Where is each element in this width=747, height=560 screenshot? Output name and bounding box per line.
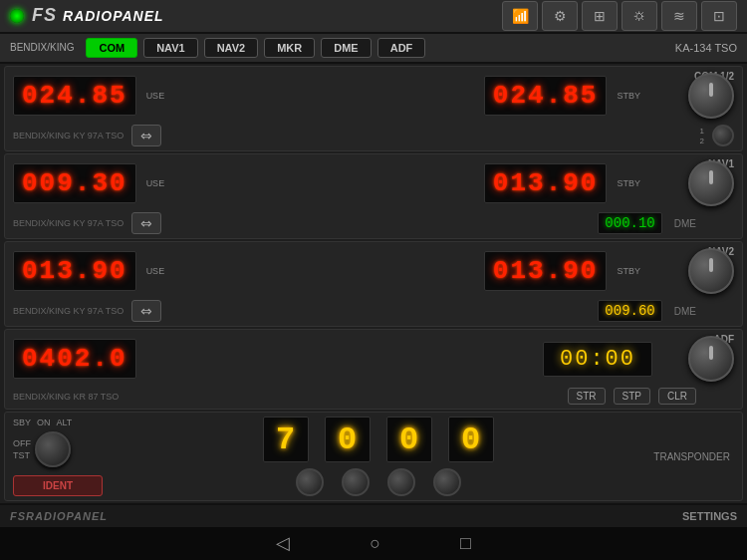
transponder-row: SBY ON ALT OFF TST IDENT 7 0 0 0 xyxy=(4,412,743,501)
com-stby-display: 024.85 xyxy=(484,76,608,116)
xpdr-knob-2[interactable] xyxy=(387,468,415,496)
xpdr-sby-label: SBY xyxy=(13,418,31,427)
com-knob[interactable] xyxy=(688,73,734,119)
xpdr-tst-label: TST xyxy=(13,450,31,460)
nav2-display-row: 013.90 USE 013.90 STBY xyxy=(5,242,742,298)
nav2-dme-display: 009.60 xyxy=(598,300,661,322)
nav2-brand: BENDIX/KING KY 97A TSO xyxy=(13,306,124,316)
top-bar: FS RADIOPANEL 📶 ⚙ ⊞ ⛭ ≋ ⊡ xyxy=(0,0,747,34)
nav2-footer: BENDIX/KING KY 97A TSO ⇔ 009.60 DME xyxy=(5,298,742,326)
xpdr-knob-0[interactable] xyxy=(296,468,324,496)
adf-brand: BENDIX/KING KR 87 TSO xyxy=(13,392,119,402)
xpdr-digit-2: 0 xyxy=(386,417,432,462)
tab-bar: BENDIX/KING COM NAV1 NAV2 MKR DME ADF KA… xyxy=(0,34,747,64)
signal-icon-btn[interactable]: ≋ xyxy=(661,1,697,31)
logo-fs: FS xyxy=(32,5,57,25)
settings-icon-btn[interactable]: ⚙ xyxy=(542,1,578,31)
nav1-brand: BENDIX/KING KY 97A TSO xyxy=(13,218,124,228)
adf-footer: BENDIX/KING KR 87 TSO STR STP CLR xyxy=(5,386,742,409)
com-stby-label: STBY xyxy=(617,91,640,101)
com-row: COM 1/2 024.85 USE 024.85 STBY BENDIX/KI… xyxy=(4,66,743,151)
settings-link[interactable]: SETTINGS xyxy=(682,510,737,522)
footer-brand: FSRADIOPANEL xyxy=(10,510,108,522)
adf-display-row: 0402.0 00:00 xyxy=(5,330,742,386)
com-footer: BENDIX/KING KY 97A TSO ⇔ 1 2 xyxy=(5,123,742,150)
nav1-use-label: USE xyxy=(146,178,165,188)
nav2-row: NAV2 013.90 USE 013.90 STBY BENDIX/KING … xyxy=(4,241,743,327)
nav1-swap-btn[interactable]: ⇔ xyxy=(131,212,161,234)
nav2-knob[interactable] xyxy=(688,248,734,294)
tab-com[interactable]: COM xyxy=(86,38,137,58)
ch2-label: 2 xyxy=(700,137,704,145)
xpdr-knob-row xyxy=(111,468,645,496)
nav1-knob[interactable] xyxy=(688,160,734,206)
xpdr-ident-btn[interactable]: IDENT xyxy=(13,475,103,496)
nav1-row: NAV1 009.30 USE 013.90 STBY BENDIX/KING … xyxy=(4,153,743,239)
xpdr-mode-knob[interactable] xyxy=(35,431,71,467)
nav2-dme-label: DME xyxy=(674,306,696,317)
nav1-stby-display: 013.90 xyxy=(484,163,608,203)
grid-icon-btn[interactable]: ⊞ xyxy=(582,1,618,31)
logo-area: FS RADIOPANEL xyxy=(10,5,164,26)
android-recent-btn[interactable]: □ xyxy=(460,533,471,554)
tab-dme[interactable]: DME xyxy=(321,38,371,58)
com-display-row: 024.85 USE 024.85 STBY xyxy=(5,67,742,123)
info-icon-btn[interactable]: ⊡ xyxy=(701,1,737,31)
xpdr-digit-0: 7 xyxy=(263,417,309,462)
adf-clr-btn[interactable]: CLR xyxy=(658,388,696,405)
tab-nav1[interactable]: NAV1 xyxy=(143,38,198,58)
nav2-swap-btn[interactable]: ⇔ xyxy=(131,300,161,322)
nav1-footer: BENDIX/KING KY 97A TSO ⇔ 000.10 DME xyxy=(5,210,742,238)
nav2-use-display: 013.90 xyxy=(13,251,136,291)
logo: FS RADIOPANEL xyxy=(32,5,164,26)
adf-use-display: 0402.0 xyxy=(13,339,136,379)
android-back-btn[interactable]: ◁ xyxy=(276,532,290,554)
tab-adf[interactable]: ADF xyxy=(377,38,426,58)
nav1-dme-label: DME xyxy=(674,218,696,229)
adf-str-btn[interactable]: STR xyxy=(568,388,606,405)
xpdr-knob-3[interactable] xyxy=(433,468,461,496)
com-swap-btn[interactable]: ⇔ xyxy=(131,125,161,146)
com-use-display: 024.85 xyxy=(13,76,136,116)
top-icons: 📶 ⚙ ⊞ ⛭ ≋ ⊡ xyxy=(502,1,737,31)
nav1-display-row: 009.30 USE 013.90 STBY xyxy=(5,154,742,210)
xpdr-alt-label: ALT xyxy=(57,418,73,427)
android-home-btn[interactable]: ○ xyxy=(370,533,380,554)
nav1-dme-display: 000.10 xyxy=(598,212,661,234)
xpdr-controls: SBY ON ALT OFF TST IDENT xyxy=(13,418,103,496)
tab-brand: BENDIX/KING xyxy=(10,42,74,53)
adf-stp-btn[interactable]: STP xyxy=(614,388,650,405)
tab-mkr[interactable]: MKR xyxy=(264,38,315,58)
tab-nav2[interactable]: NAV2 xyxy=(204,38,259,58)
adf-row: ADF 0402.0 00:00 BENDIX/KING KR 87 TSO S… xyxy=(4,329,743,410)
com-ch-knob[interactable] xyxy=(712,125,734,146)
footer-bar: FSRADIOPANEL SETTINGS xyxy=(0,503,747,527)
xpdr-off-label: OFF xyxy=(13,438,31,448)
power-led xyxy=(10,9,24,23)
xpdr-digits-area: 7 0 0 0 xyxy=(111,417,645,496)
nav2-use-label: USE xyxy=(146,266,165,276)
ch1-label: 1 xyxy=(700,127,704,136)
display-icon-btn[interactable]: ⛭ xyxy=(622,1,657,31)
com-brand: BENDIX/KING KY 97A TSO xyxy=(13,131,124,140)
nav1-dme-value: 000.10 xyxy=(605,215,654,231)
wifi-icon-btn[interactable]: 📶 xyxy=(502,1,538,31)
xpdr-label: TRANSPONDER xyxy=(653,451,734,462)
xpdr-knob-1[interactable] xyxy=(342,468,370,496)
nav1-stby-label: STBY xyxy=(617,178,640,188)
adf-knob[interactable] xyxy=(688,336,734,382)
logo-name: RADIOPANEL xyxy=(63,8,164,24)
xpdr-digit-row: 7 0 0 0 xyxy=(111,417,645,462)
xpdr-digit-3: 0 xyxy=(448,417,494,462)
nav2-stby-display: 013.90 xyxy=(484,251,608,291)
adf-timer: 00:00 xyxy=(543,342,652,377)
nav1-use-display: 009.30 xyxy=(13,163,136,203)
xpdr-switch-row: OFF TST xyxy=(13,431,103,467)
nav2-stby-label: STBY xyxy=(617,266,640,276)
com-ch-dots: 1 2 xyxy=(700,127,704,145)
android-nav-bar: ◁ ○ □ xyxy=(0,527,747,560)
xpdr-on-label: ON xyxy=(37,418,51,427)
xpdr-digit-1: 0 xyxy=(325,417,371,462)
main-panel: COM 1/2 024.85 USE 024.85 STBY BENDIX/KI… xyxy=(0,64,747,503)
com-use-label: USE xyxy=(146,91,165,101)
